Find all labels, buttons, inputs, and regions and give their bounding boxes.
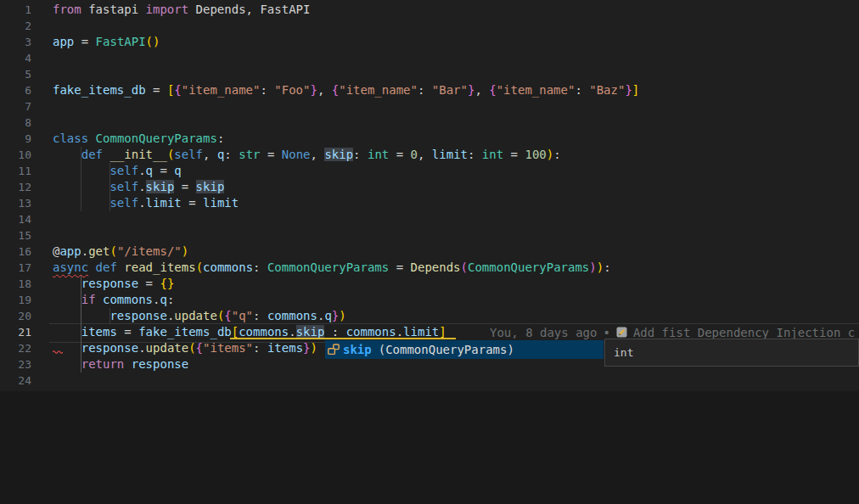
- line-number[interactable]: 11: [0, 163, 31, 179]
- line-number[interactable]: 13: [0, 195, 31, 211]
- line-number[interactable]: 4: [0, 50, 31, 66]
- code-line-9[interactable]: class CommonQueryParams:: [53, 131, 639, 147]
- line-number[interactable]: 3: [0, 34, 31, 50]
- blame-bullet: •: [603, 326, 609, 339]
- line-number[interactable]: 6: [0, 82, 31, 98]
- code-line-18[interactable]: response = {}: [53, 276, 639, 292]
- code-line-4[interactable]: [53, 50, 639, 66]
- line-number[interactable]: 18: [0, 276, 31, 292]
- line-number[interactable]: 2: [0, 18, 31, 34]
- line-number[interactable]: 22: [0, 340, 31, 356]
- suggestion-label: skip: [343, 343, 372, 356]
- code-line-15[interactable]: [53, 227, 639, 244]
- line-number[interactable]: 19: [0, 292, 31, 308]
- line-number[interactable]: 24: [0, 372, 31, 389]
- code-line-7[interactable]: [53, 98, 639, 115]
- code-line-5[interactable]: [53, 66, 639, 82]
- suggest-docs-text: int: [614, 346, 633, 359]
- error-squiggle: [53, 349, 63, 354]
- code-line-11[interactable]: self.q = q: [53, 163, 639, 179]
- line-number[interactable]: 20: [0, 308, 31, 324]
- code-editor[interactable]: 123456789101112131415161718192021222324 …: [0, 0, 859, 504]
- code-line-14[interactable]: [53, 211, 639, 227]
- suggest-details-panel: int: [604, 339, 859, 367]
- suggestion-detail: (CommonQueryParams): [379, 343, 514, 356]
- edit-icon: [616, 327, 627, 338]
- code-line-8[interactable]: [53, 115, 639, 131]
- line-number[interactable]: 8: [0, 115, 31, 131]
- line-number[interactable]: 1: [0, 2, 31, 18]
- line-number[interactable]: 16: [0, 244, 31, 260]
- editor-gutter: 123456789101112131415161718192021222324: [0, 2, 31, 389]
- line-number[interactable]: 10: [0, 147, 31, 163]
- code-line-19[interactable]: if commons.q:: [53, 292, 639, 308]
- code-line-24[interactable]: [53, 372, 639, 389]
- blame-message: Add fist Dependency Injection c: [633, 326, 855, 339]
- field-icon: [327, 343, 340, 356]
- line-number[interactable]: 5: [0, 66, 31, 82]
- line-number[interactable]: 12: [0, 179, 31, 195]
- code-line-20[interactable]: response.update({"q": commons.q}): [53, 308, 639, 324]
- suggest-widget[interactable]: skip (CommonQueryParams): [325, 340, 604, 359]
- bracket-scope-guide: [230, 338, 456, 339]
- line-number[interactable]: 15: [0, 227, 31, 244]
- code-line-1[interactable]: from fastapi import Depends, FastAPI: [53, 2, 639, 18]
- line-number[interactable]: 7: [0, 98, 31, 115]
- code-line-3[interactable]: app = FastAPI(): [53, 34, 639, 50]
- empty-region: [0, 391, 859, 504]
- line-number[interactable]: 17: [0, 260, 31, 276]
- line-number[interactable]: 9: [0, 131, 31, 147]
- code-line-10[interactable]: def __init__(self, q: str = None, skip: …: [53, 147, 639, 163]
- line-number[interactable]: 23: [0, 356, 31, 372]
- code-line-12[interactable]: self.skip = skip: [53, 179, 639, 195]
- blame-author-date: You, 8 days ago: [490, 326, 597, 339]
- line-number[interactable]: 21: [0, 324, 31, 340]
- code-line-17[interactable]: async def read_items(commons: CommonQuer…: [53, 260, 639, 276]
- code-line-16[interactable]: @app.get("/items/"): [53, 244, 639, 260]
- code-line-6[interactable]: fake_items_db = [{"item_name": "Foo"}, {…: [53, 82, 639, 98]
- line-number[interactable]: 14: [0, 211, 31, 227]
- code-line-2[interactable]: [53, 18, 639, 34]
- code-line-13[interactable]: self.limit = limit: [53, 195, 639, 211]
